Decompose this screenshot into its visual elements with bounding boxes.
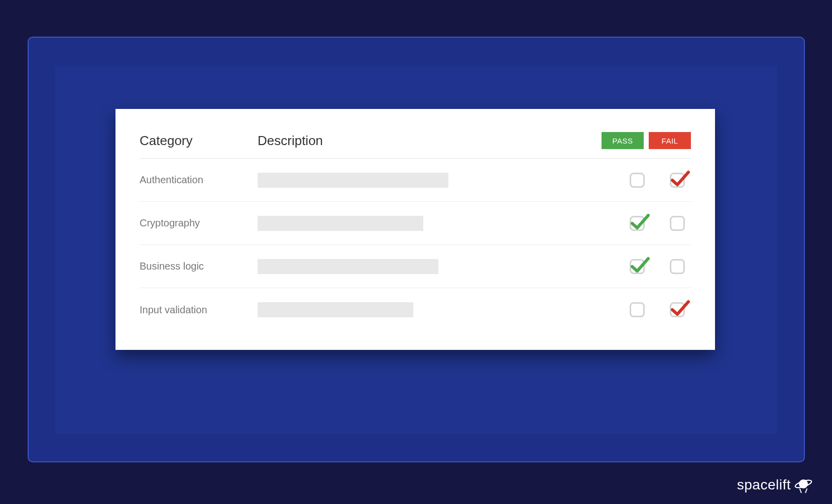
description-placeholder [258, 302, 413, 317]
row-description [258, 259, 601, 274]
row-description [258, 173, 601, 188]
brand-name: spacelift [737, 477, 791, 493]
table-row: Cryptography [140, 202, 691, 245]
row-description [258, 216, 601, 231]
row-description [258, 302, 601, 317]
pass-checkbox[interactable] [630, 302, 645, 317]
fail-checkbox[interactable] [670, 259, 685, 274]
header-status: PASS FAIL [602, 132, 691, 149]
description-placeholder [258, 173, 448, 188]
row-checks [601, 302, 691, 317]
row-category: Cryptography [140, 217, 258, 229]
row-category: Authentication [140, 174, 258, 186]
check-icon [630, 256, 650, 276]
pass-checkbox[interactable] [630, 216, 645, 231]
fail-badge: FAIL [649, 132, 691, 149]
brand-logo: spacelift [737, 477, 813, 493]
check-icon [630, 212, 650, 232]
row-checks [601, 216, 691, 231]
header-category: Category [140, 133, 258, 149]
row-checks [601, 259, 691, 274]
rows-container: AuthenticationCryptographyBusiness logic… [140, 159, 691, 331]
table-row: Business logic [140, 245, 691, 288]
fail-checkbox[interactable] [670, 173, 685, 188]
table-row: Authentication [140, 159, 691, 202]
check-icon [670, 299, 690, 319]
description-placeholder [258, 216, 423, 231]
table-row: Input validation [140, 288, 691, 331]
header-description: Description [258, 133, 602, 149]
pass-checkbox[interactable] [630, 173, 645, 188]
row-category: Input validation [140, 304, 258, 316]
row-checks [601, 173, 691, 188]
check-icon [670, 169, 690, 189]
header-row: Category Description PASS FAIL [140, 132, 691, 159]
pass-checkbox[interactable] [630, 259, 645, 274]
pass-badge: PASS [602, 132, 644, 149]
row-category: Business logic [140, 261, 258, 272]
description-placeholder [258, 259, 438, 274]
fail-checkbox[interactable] [670, 302, 685, 317]
fail-checkbox[interactable] [670, 216, 685, 231]
checklist-card: Category Description PASS FAIL Authentic… [115, 109, 715, 350]
planet-icon [794, 477, 813, 493]
